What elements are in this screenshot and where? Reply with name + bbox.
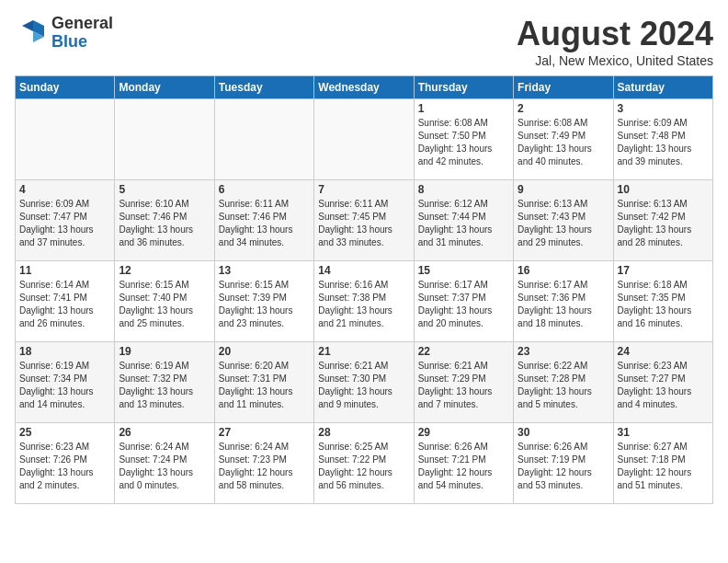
calendar-week-2: 4Sunrise: 6:09 AM Sunset: 7:47 PM Daylig…	[16, 180, 713, 261]
day-number: 24	[618, 345, 709, 358]
calendar-week-3: 11Sunrise: 6:14 AM Sunset: 7:41 PM Dayli…	[16, 261, 713, 342]
day-number: 28	[318, 426, 409, 439]
day-info: Sunrise: 6:08 AM Sunset: 7:49 PM Dayligh…	[518, 117, 609, 168]
day-info: Sunrise: 6:23 AM Sunset: 7:26 PM Dayligh…	[19, 441, 110, 492]
day-info: Sunrise: 6:27 AM Sunset: 7:18 PM Dayligh…	[618, 441, 709, 492]
calendar-week-5: 25Sunrise: 6:23 AM Sunset: 7:26 PM Dayli…	[16, 423, 713, 504]
day-number: 30	[518, 426, 609, 439]
day-number: 23	[518, 345, 609, 358]
day-number: 15	[418, 264, 509, 277]
calendar-cell	[314, 99, 414, 180]
calendar-header: SundayMondayTuesdayWednesdayThursdayFrid…	[16, 76, 713, 99]
calendar-cell: 26Sunrise: 6:24 AM Sunset: 7:24 PM Dayli…	[115, 423, 214, 504]
day-number: 12	[119, 264, 210, 277]
calendar-cell: 17Sunrise: 6:18 AM Sunset: 7:35 PM Dayli…	[613, 261, 712, 342]
day-info: Sunrise: 6:21 AM Sunset: 7:30 PM Dayligh…	[318, 360, 409, 411]
day-number: 7	[318, 183, 409, 196]
weekday-header-row: SundayMondayTuesdayWednesdayThursdayFrid…	[16, 76, 713, 99]
day-info: Sunrise: 6:26 AM Sunset: 7:19 PM Dayligh…	[518, 441, 609, 492]
day-info: Sunrise: 6:21 AM Sunset: 7:29 PM Dayligh…	[418, 360, 509, 411]
calendar-cell	[16, 99, 115, 180]
weekday-sunday: Sunday	[16, 76, 115, 99]
day-number: 20	[219, 345, 310, 358]
weekday-thursday: Thursday	[414, 76, 513, 99]
calendar-cell: 30Sunrise: 6:26 AM Sunset: 7:19 PM Dayli…	[514, 423, 613, 504]
day-info: Sunrise: 6:18 AM Sunset: 7:35 PM Dayligh…	[618, 279, 709, 330]
day-info: Sunrise: 6:14 AM Sunset: 7:41 PM Dayligh…	[19, 279, 110, 330]
weekday-saturday: Saturday	[613, 76, 712, 99]
logo: General Blue	[15, 15, 113, 52]
day-number: 25	[19, 426, 110, 439]
day-number: 3	[618, 102, 709, 115]
day-number: 21	[318, 345, 409, 358]
calendar-cell: 21Sunrise: 6:21 AM Sunset: 7:30 PM Dayli…	[314, 342, 414, 423]
day-number: 4	[19, 183, 110, 196]
calendar-cell: 10Sunrise: 6:13 AM Sunset: 7:42 PM Dayli…	[613, 180, 712, 261]
calendar-cell: 12Sunrise: 6:15 AM Sunset: 7:40 PM Dayli…	[115, 261, 214, 342]
weekday-wednesday: Wednesday	[314, 76, 414, 99]
calendar-cell: 15Sunrise: 6:17 AM Sunset: 7:37 PM Dayli…	[414, 261, 513, 342]
day-info: Sunrise: 6:13 AM Sunset: 7:42 PM Dayligh…	[618, 198, 709, 249]
day-number: 26	[119, 426, 210, 439]
calendar-cell: 27Sunrise: 6:24 AM Sunset: 7:23 PM Dayli…	[214, 423, 313, 504]
logo-icon	[15, 17, 48, 50]
day-info: Sunrise: 6:16 AM Sunset: 7:38 PM Dayligh…	[318, 279, 409, 330]
calendar-cell: 13Sunrise: 6:15 AM Sunset: 7:39 PM Dayli…	[214, 261, 313, 342]
calendar-cell: 28Sunrise: 6:25 AM Sunset: 7:22 PM Dayli…	[314, 423, 414, 504]
title-block: August 2024 Jal, New Mexico, United Stat…	[517, 15, 713, 68]
calendar-cell: 3Sunrise: 6:09 AM Sunset: 7:48 PM Daylig…	[613, 99, 712, 180]
day-info: Sunrise: 6:25 AM Sunset: 7:22 PM Dayligh…	[318, 441, 409, 492]
calendar-cell: 20Sunrise: 6:20 AM Sunset: 7:31 PM Dayli…	[214, 342, 313, 423]
day-info: Sunrise: 6:15 AM Sunset: 7:39 PM Dayligh…	[219, 279, 310, 330]
day-number: 8	[418, 183, 509, 196]
calendar-cell: 23Sunrise: 6:22 AM Sunset: 7:28 PM Dayli…	[514, 342, 613, 423]
day-number: 22	[418, 345, 509, 358]
day-info: Sunrise: 6:24 AM Sunset: 7:24 PM Dayligh…	[119, 441, 210, 492]
calendar-cell: 4Sunrise: 6:09 AM Sunset: 7:47 PM Daylig…	[16, 180, 115, 261]
day-info: Sunrise: 6:17 AM Sunset: 7:37 PM Dayligh…	[418, 279, 509, 330]
calendar-cell: 1Sunrise: 6:08 AM Sunset: 7:50 PM Daylig…	[414, 99, 513, 180]
day-number: 10	[618, 183, 709, 196]
day-number: 27	[219, 426, 310, 439]
day-info: Sunrise: 6:11 AM Sunset: 7:45 PM Dayligh…	[318, 198, 409, 249]
day-number: 29	[418, 426, 509, 439]
calendar-cell: 7Sunrise: 6:11 AM Sunset: 7:45 PM Daylig…	[314, 180, 414, 261]
day-number: 6	[219, 183, 310, 196]
location: Jal, New Mexico, United States	[517, 53, 713, 68]
calendar-cell: 18Sunrise: 6:19 AM Sunset: 7:34 PM Dayli…	[16, 342, 115, 423]
calendar-cell: 2Sunrise: 6:08 AM Sunset: 7:49 PM Daylig…	[514, 99, 613, 180]
day-info: Sunrise: 6:12 AM Sunset: 7:44 PM Dayligh…	[418, 198, 509, 249]
calendar-cell: 25Sunrise: 6:23 AM Sunset: 7:26 PM Dayli…	[16, 423, 115, 504]
calendar-cell: 24Sunrise: 6:23 AM Sunset: 7:27 PM Dayli…	[613, 342, 712, 423]
calendar-cell: 14Sunrise: 6:16 AM Sunset: 7:38 PM Dayli…	[314, 261, 414, 342]
calendar-cell: 16Sunrise: 6:17 AM Sunset: 7:36 PM Dayli…	[514, 261, 613, 342]
day-number: 18	[19, 345, 110, 358]
day-info: Sunrise: 6:08 AM Sunset: 7:50 PM Dayligh…	[418, 117, 509, 168]
day-info: Sunrise: 6:11 AM Sunset: 7:46 PM Dayligh…	[219, 198, 310, 249]
day-info: Sunrise: 6:09 AM Sunset: 7:47 PM Dayligh…	[19, 198, 110, 249]
day-info: Sunrise: 6:10 AM Sunset: 7:46 PM Dayligh…	[119, 198, 210, 249]
calendar-cell: 9Sunrise: 6:13 AM Sunset: 7:43 PM Daylig…	[514, 180, 613, 261]
day-info: Sunrise: 6:26 AM Sunset: 7:21 PM Dayligh…	[418, 441, 509, 492]
day-number: 11	[19, 264, 110, 277]
weekday-friday: Friday	[514, 76, 613, 99]
day-info: Sunrise: 6:09 AM Sunset: 7:48 PM Dayligh…	[618, 117, 709, 168]
day-number: 16	[518, 264, 609, 277]
day-number: 13	[219, 264, 310, 277]
calendar-table: SundayMondayTuesdayWednesdayThursdayFrid…	[15, 75, 713, 504]
weekday-monday: Monday	[115, 76, 214, 99]
calendar-cell: 29Sunrise: 6:26 AM Sunset: 7:21 PM Dayli…	[414, 423, 513, 504]
day-info: Sunrise: 6:22 AM Sunset: 7:28 PM Dayligh…	[518, 360, 609, 411]
month-title: August 2024	[517, 15, 713, 53]
day-number: 5	[119, 183, 210, 196]
calendar-week-1: 1Sunrise: 6:08 AM Sunset: 7:50 PM Daylig…	[16, 99, 713, 180]
calendar-cell	[214, 99, 313, 180]
calendar-cell	[115, 99, 214, 180]
calendar-cell: 31Sunrise: 6:27 AM Sunset: 7:18 PM Dayli…	[613, 423, 712, 504]
day-info: Sunrise: 6:23 AM Sunset: 7:27 PM Dayligh…	[618, 360, 709, 411]
day-info: Sunrise: 6:19 AM Sunset: 7:34 PM Dayligh…	[19, 360, 110, 411]
logo-line2: Blue	[51, 33, 113, 52]
logo-text: General Blue	[51, 15, 113, 52]
day-info: Sunrise: 6:19 AM Sunset: 7:32 PM Dayligh…	[119, 360, 210, 411]
calendar-cell: 19Sunrise: 6:19 AM Sunset: 7:32 PM Dayli…	[115, 342, 214, 423]
